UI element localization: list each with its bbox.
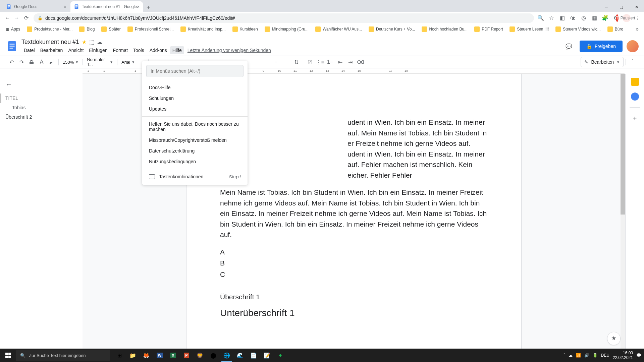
taskbar-search[interactable]: 🔍 Zur Suche Text hier eingeben (16, 350, 110, 361)
menu-addons[interactable]: Add-ons (147, 46, 169, 54)
menu-view[interactable]: Ansicht (66, 46, 86, 54)
tray-chevron-icon[interactable]: ˄ (563, 353, 565, 358)
bookmark-item[interactable]: Professionell Schrei... (125, 25, 176, 33)
help-docs-help[interactable]: Docs-Hilfe (142, 82, 248, 93)
help-updates[interactable]: Updates (142, 104, 248, 114)
scrollbar-track[interactable] (621, 74, 625, 349)
tray-volume-icon[interactable]: 🔊 (584, 353, 589, 358)
paint-format-button[interactable]: 🖌 (47, 57, 56, 67)
explore-button[interactable] (607, 332, 621, 345)
menu-help[interactable]: Hilfe (170, 46, 184, 54)
help-improve[interactable]: Helfen Sie uns dabei, Docs noch besser z… (142, 119, 248, 135)
outline-item[interactable]: Tobias (5, 103, 77, 112)
bookmark-item[interactable]: PDF Report (472, 25, 505, 33)
tasks-icon[interactable] (631, 93, 639, 101)
menu-search-input[interactable] (151, 68, 239, 74)
bookmark-item[interactable]: Steuern Lesen !!!! (507, 25, 551, 33)
menu-insert[interactable]: Einfügen (87, 46, 110, 54)
bookmark-item[interactable]: Noch hochladen Bu... (419, 25, 470, 33)
help-terms[interactable]: Nutzungsbedingungen (142, 156, 248, 167)
bookmark-item[interactable]: Büro (605, 25, 626, 33)
clear-format-button[interactable]: ⌫ (356, 57, 365, 67)
extension-icon[interactable]: ◧ (558, 14, 566, 22)
numbered-list-button[interactable]: 1≡ (325, 57, 335, 67)
menu-edit[interactable]: Bearbeiten (38, 46, 65, 54)
style-select[interactable]: Normaler T...▼ (85, 57, 115, 67)
spellcheck-button[interactable]: Ă (37, 57, 46, 67)
extension-icon[interactable]: ▦ (590, 14, 598, 22)
bookmark-item[interactable]: Kreativität und Insp... (178, 25, 228, 33)
taskbar-app-obs[interactable]: ⬤ (207, 349, 220, 362)
bookmarks-overflow[interactable]: » (633, 26, 641, 32)
scrollbar-thumb[interactable] (621, 74, 625, 215)
bookmark-item[interactable]: Deutsche Kurs + Vo... (366, 25, 418, 33)
checklist-button[interactable]: ☑ (305, 57, 315, 67)
collapse-button[interactable]: ˆ (628, 57, 637, 67)
help-privacy[interactable]: Datenschutzerklärung (142, 145, 248, 156)
taskbar-app[interactable]: 📝 (260, 349, 274, 362)
browser-tab[interactable]: Google Docs × (3, 1, 70, 12)
tray-clock[interactable]: 16:00 22.02.2021 (613, 351, 633, 360)
move-icon[interactable]: ⬚ (89, 39, 94, 45)
profile-badge[interactable]: T Pausiert (623, 14, 631, 22)
zoom-icon[interactable]: 🔍 (537, 14, 545, 22)
document-title[interactable]: Textdokument neu #1 (21, 39, 79, 46)
forward-button[interactable]: → (12, 13, 21, 23)
new-tab-button[interactable]: + (144, 3, 153, 12)
tray-wifi-icon[interactable]: 📶 (576, 353, 581, 358)
bookmark-item[interactable]: Mindmapping (Gru... (262, 25, 311, 33)
help-keyboard-shortcuts[interactable]: Tastenkombinationen Strg+/ (142, 171, 248, 182)
indent-increase-button[interactable]: ⇥ (345, 57, 355, 67)
task-view-button[interactable]: ⊞ (113, 349, 126, 362)
close-icon[interactable]: × (137, 4, 140, 9)
print-button[interactable]: 🖶 (27, 57, 36, 67)
tray-language[interactable]: DEU (601, 353, 609, 358)
star-icon[interactable]: ★ (82, 39, 87, 45)
edit-mode-select[interactable]: ✎ Bearbeiten ▼ (581, 57, 624, 67)
taskbar-app-edge[interactable]: 🌊 (233, 349, 247, 362)
close-icon[interactable]: × (64, 4, 66, 9)
account-avatar[interactable] (627, 40, 639, 52)
start-button[interactable] (0, 349, 16, 362)
taskbar-app-spotify[interactable]: ● (274, 349, 287, 362)
taskbar-app-chrome[interactable]: 🌐 (220, 349, 233, 362)
zoom-select[interactable]: 150%▼ (61, 60, 80, 65)
align-button[interactable]: ≡ (271, 57, 281, 67)
align-button[interactable]: ≣ (281, 57, 291, 67)
extensions-button[interactable]: 🧩 (601, 14, 609, 22)
bookmark-item[interactable]: Wahlfächer WU Aus... (313, 25, 365, 33)
bookmark-item[interactable]: Produktsuche - Mer... (24, 25, 75, 33)
apps-button[interactable]: ▦Apps (3, 25, 23, 33)
tray-notifications-icon[interactable]: 💬 (636, 353, 641, 358)
last-edit-link[interactable]: Letzte Änderung vor wenigen Sekunden (187, 46, 271, 54)
share-button[interactable]: 🔒 Freigeben (580, 41, 623, 52)
reload-button[interactable]: ⟳ (21, 13, 31, 23)
keep-icon[interactable] (631, 78, 639, 86)
taskbar-app-word[interactable]: W (153, 349, 166, 362)
cloud-icon[interactable]: ☁ (97, 39, 102, 45)
outline-item[interactable]: TITEL (0, 94, 77, 103)
system-tray[interactable]: ˄ ☁ 📶 🔊 🔋 DEU 16:00 22.02.2021 💬 (563, 351, 644, 360)
indent-decrease-button[interactable]: ⇤ (335, 57, 345, 67)
star-icon[interactable]: ☆ (547, 14, 555, 22)
menu-search-field[interactable] (146, 65, 244, 77)
redo-button[interactable]: ↷ (17, 57, 26, 67)
taskbar-app[interactable]: 📄 (247, 349, 260, 362)
extension-icon[interactable]: ◎ (580, 14, 588, 22)
taskbar-app[interactable]: 🦊 (140, 349, 153, 362)
tray-battery-icon[interactable]: 🔋 (593, 353, 598, 358)
line-spacing-button[interactable]: ⇅ (291, 57, 301, 67)
close-window-button[interactable]: ✕ (629, 2, 644, 12)
bookmark-item[interactable]: Blog (76, 25, 97, 33)
tray-cloud-icon[interactable]: ☁ (569, 353, 573, 358)
maximize-button[interactable]: ▢ (614, 2, 629, 12)
menu-button[interactable]: ⋮ (633, 14, 641, 22)
url-field[interactable]: 🔒 docs.google.com/document/d/1hUH8k6h7Lb… (34, 13, 534, 23)
bullet-list-button[interactable]: ⋮≡ (315, 57, 325, 67)
taskbar-app-excel[interactable]: X (166, 349, 180, 362)
menu-tools[interactable]: Tools (131, 46, 147, 54)
add-panel-button[interactable]: + (631, 114, 639, 122)
taskbar-app-powerpoint[interactable]: P (180, 349, 193, 362)
bookmark-item[interactable]: Kursideen (230, 25, 261, 33)
comments-button[interactable]: 💬 (562, 40, 576, 53)
